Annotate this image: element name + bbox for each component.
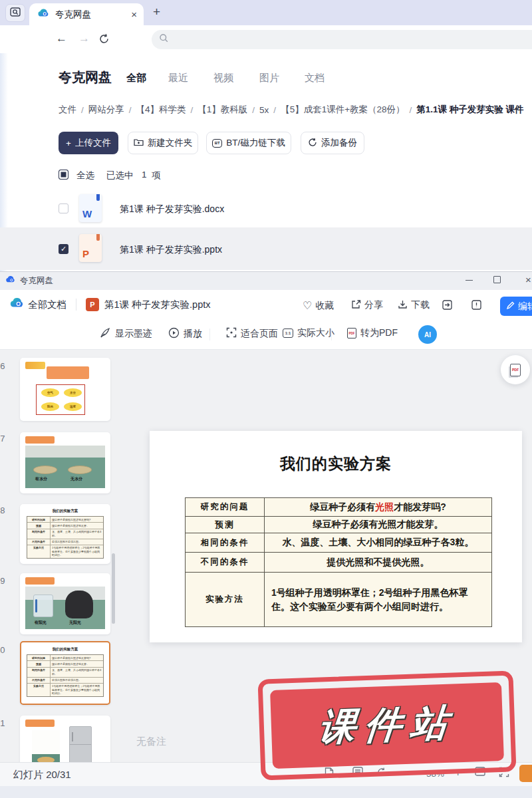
browser-menu-button[interactable]	[5, 4, 25, 22]
slide-thumbnail-19[interactable]: 有阳光 无阳光	[20, 573, 110, 634]
close-window-icon[interactable]: ×	[525, 274, 531, 285]
floating-pdf-button[interactable]: PDF	[501, 355, 530, 384]
new-tab-button[interactable]: +	[153, 5, 160, 19]
breadcrumb-item[interactable]: 【5】成套1课件+教案（28份）	[281, 104, 404, 116]
breadcrumb-item[interactable]: 【4】科学类	[136, 104, 186, 116]
forward-icon[interactable]: →	[78, 32, 90, 45]
plus-icon: +	[66, 138, 71, 148]
watermark-stamp: 课件站	[270, 682, 504, 769]
breadcrumb-separator: /	[129, 105, 132, 115]
favorite-button[interactable]: ♡ 收藏	[303, 299, 334, 312]
heart-icon: ♡	[303, 299, 312, 312]
select-all-label[interactable]: 全选	[76, 170, 94, 182]
slide-counter: 幻灯片 20/31	[13, 769, 71, 781]
play-button[interactable]: 播放	[168, 327, 202, 340]
search-input[interactable]	[152, 30, 532, 49]
pdf-icon: PDF	[347, 328, 356, 338]
selected-unit: 项	[152, 170, 161, 182]
file-name[interactable]: 第1课 种子发芽实验.pptx	[120, 244, 222, 256]
table-row-selected[interactable]: ✓ P 第1课 种子发芽实验.pptx	[0, 227, 532, 270]
thumbnail-number: 18	[0, 505, 5, 515]
play-icon	[168, 327, 180, 340]
slide-canvas: 我们的实验方案 研究的问题 绿豆种子必须有光照才能发芽吗? 预测 绿豆种子必须有…	[150, 431, 522, 642]
clear-cup	[33, 595, 53, 617]
bt-icon: BT	[212, 139, 222, 148]
bubble-water: 水分	[64, 388, 82, 397]
file-name[interactable]: 第1课 种子发芽实验.docx	[120, 203, 224, 215]
breadcrumb-separator: /	[81, 105, 84, 115]
thumb-text-block	[47, 366, 89, 379]
fridge-seam	[70, 744, 91, 745]
breadcrumb-item[interactable]: 文件	[59, 104, 76, 116]
show-ink-label: 显示墨迹	[115, 328, 152, 340]
upload-file-button[interactable]: + 上传文件	[59, 132, 118, 154]
quark-cloud-icon	[9, 296, 24, 313]
fit-page-label: 适合页面	[241, 328, 278, 340]
watermark-text: 课件站	[316, 698, 458, 753]
breadcrumb-separator: /	[252, 105, 255, 115]
thumbnail-scrollbar[interactable]	[112, 553, 115, 624]
window-title: 夸克网盘	[20, 275, 53, 287]
mini-slide-title: 我们的实验方案	[20, 509, 110, 513]
table-content: 水、温度、土壤、大小相同的绿豆种子各3粒。	[264, 533, 491, 552]
slide-thumbnail-17[interactable]: 有水分 无水分	[20, 432, 110, 493]
back-icon[interactable]: ←	[56, 32, 67, 45]
content-highlight: 光照	[375, 501, 394, 513]
slide-thumbnail-18[interactable]: 我们的实验方案 研究的问题绿豆种子必须有光照才能发芽吗? 预测绿豆种子必须有光照…	[20, 504, 110, 564]
fridge-handle	[72, 732, 73, 741]
share-button[interactable]: 分享	[351, 299, 383, 311]
tab-document[interactable]: 文档	[305, 72, 325, 84]
ppt-file-icon: P	[79, 234, 102, 262]
subbar-divider	[209, 329, 210, 340]
breadcrumb-item[interactable]: 网站分享	[88, 104, 124, 116]
tab-all[interactable]: 全部	[126, 72, 146, 84]
promo-corner-button[interactable]	[519, 765, 532, 782]
tab-image[interactable]: 图片	[259, 72, 279, 84]
browser-tab[interactable]: 夸克网盘 ×	[29, 3, 144, 25]
bt-download-button[interactable]: BT BT/磁力链下载	[206, 132, 291, 154]
file-checkbox[interactable]	[59, 203, 68, 213]
word-icon-corner	[96, 194, 100, 201]
download-button[interactable]: 下载	[398, 299, 430, 311]
show-ink-button[interactable]: 显示墨迹	[100, 327, 152, 340]
to-pdf-button[interactable]: PDF 转为PDF	[347, 327, 398, 339]
slide-thumbnail-16[interactable]: 空气 水分 阳光 温度	[20, 358, 110, 421]
subbar-divider	[331, 329, 332, 340]
save-to-drive-icon[interactable]	[442, 299, 453, 313]
table-content: 提供光照和不提供光照。	[264, 552, 491, 572]
slide-table: 研究的问题 绿豆种子必须有光照才能发芽吗? 预测 绿豆种子必须有光照才能发芽。 …	[185, 497, 492, 627]
breadcrumb-item[interactable]: 【1】教科版	[198, 104, 247, 116]
add-backup-button[interactable]: 添加备份	[301, 132, 364, 154]
word-badge-letter: W	[82, 208, 92, 219]
breadcrumb-current: 第1.1课 种子发芽实验 课件	[416, 104, 523, 116]
notes-placeholder[interactable]: 无备注	[136, 735, 166, 748]
download-icon	[398, 299, 408, 311]
slide-thumbnail-20-selected[interactable]: 我们的实验方案 研究的问题绿豆种子必须有光照才能发芽吗? 预测绿豆种子必须有光照…	[20, 641, 110, 705]
select-all-checkbox[interactable]	[59, 170, 68, 180]
photo-background-wall	[25, 446, 105, 458]
fit-page-button[interactable]: 适合页面	[226, 327, 278, 340]
all-docs-link[interactable]: 全部文档	[28, 299, 66, 311]
maximize-icon[interactable]	[493, 276, 501, 283]
minimize-icon[interactable]	[466, 280, 473, 281]
tab-video[interactable]: 视频	[213, 72, 233, 84]
actual-size-button[interactable]: 1:1 实际大小	[283, 327, 334, 339]
refresh-icon[interactable]	[98, 33, 110, 47]
feedback-icon[interactable]	[471, 299, 482, 313]
selected-prefix: 已选中	[106, 170, 134, 182]
close-tab-icon[interactable]: ×	[131, 9, 137, 20]
bubble-sunlight: 阳光	[41, 402, 59, 411]
file-checkbox-checked[interactable]: ✓	[59, 244, 68, 254]
tab-title: 夸克网盘	[55, 9, 131, 21]
new-folder-button[interactable]: 新建文件夹	[128, 132, 198, 154]
breadcrumb-separator: /	[410, 105, 412, 115]
thumb-title-chip	[25, 362, 45, 369]
breadcrumb-item[interactable]: 5x	[259, 105, 269, 115]
edit-button[interactable]: 编辑	[500, 297, 532, 316]
mini-slide-title: 我们的实验方案	[21, 647, 109, 652]
table-row[interactable]: W 第1课 种子发芽实验.docx	[0, 189, 532, 227]
ai-assistant-button[interactable]: AI	[418, 325, 437, 344]
mini-table: 研究的问题绿豆种子必须有光照才能发芽吗? 预测绿豆种子必须有光照才能发芽。 相同…	[27, 654, 104, 697]
add-backup-label: 添加备份	[321, 137, 357, 149]
tab-recent[interactable]: 最近	[168, 72, 188, 84]
